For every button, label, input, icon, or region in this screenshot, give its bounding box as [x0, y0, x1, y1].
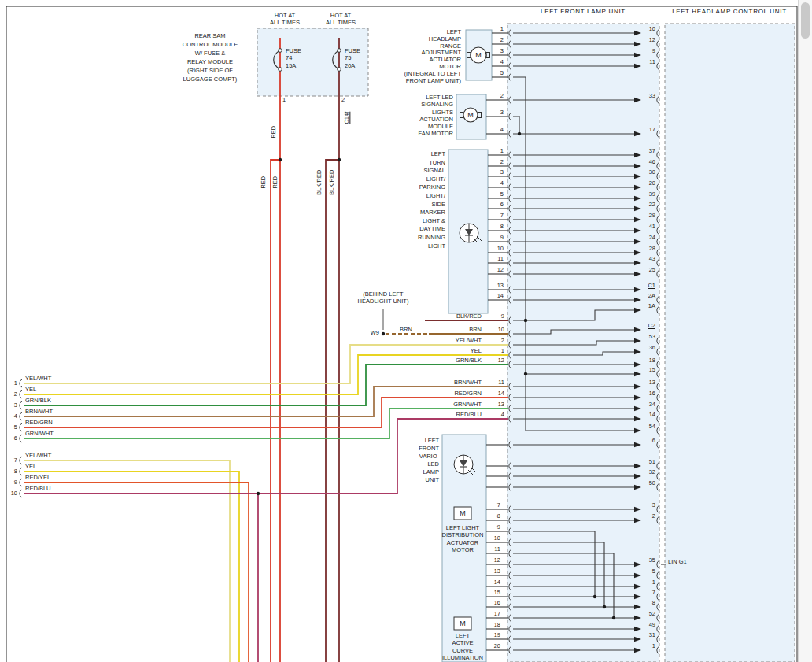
wire5-redgrn	[24, 398, 508, 427]
connector-pin-bracket	[20, 379, 22, 387]
connector-pin-bracket	[20, 435, 22, 442]
connector-pin-bracket	[20, 423, 22, 431]
wire9-redyel	[24, 483, 249, 662]
fuse-75-terminal	[338, 49, 341, 53]
light-distribution-motor-m: M	[460, 509, 466, 517]
left-headlamp-control-unit-box	[665, 24, 795, 662]
junction-dot	[518, 132, 521, 135]
junction-dot	[279, 158, 282, 161]
scrollbar-thumb[interactable]	[801, 2, 810, 39]
wire7-yelwht	[24, 460, 230, 662]
connector-pin-bracket	[20, 412, 22, 420]
wire4-brnwht	[24, 386, 508, 416]
wire3-grnblk	[24, 364, 508, 405]
connector-pin-bracket	[20, 490, 22, 497]
left-front-lamp-unit-box	[507, 24, 659, 662]
connector-pin-bracket	[20, 401, 22, 409]
scrollbar-track[interactable]	[798, 0, 812, 662]
range-actuator-motor-m: M	[475, 51, 482, 59]
connector-pin-bracket	[20, 468, 22, 475]
connector-pin-bracket	[20, 457, 22, 464]
wire8-yel	[24, 472, 239, 662]
fuse75-blkred-branch	[326, 160, 339, 662]
active-curve-motor-m: M	[460, 619, 466, 627]
junction-dot	[524, 372, 527, 375]
wiring-diagram-page: MMMM LEFT FRONT LAMP UNIT LEFT HEADLAMP …	[0, 0, 812, 662]
fuse74-red-branch	[271, 160, 280, 662]
junction-dot	[603, 605, 606, 608]
junction-dot	[593, 595, 596, 598]
connector-pin-bracket	[20, 479, 22, 486]
fuse-75-terminal	[338, 68, 341, 72]
junction-dot	[524, 319, 527, 322]
junction-dot	[338, 158, 341, 161]
fuse-74-terminal	[279, 68, 282, 72]
junction-dot	[382, 332, 385, 335]
wire2-yel	[24, 355, 508, 394]
connector-pin-bracket	[20, 390, 22, 398]
fan-motor-m: M	[467, 111, 474, 119]
diagram-canvas: MMMM	[0, 0, 812, 662]
junction-dot	[257, 492, 260, 495]
junction-dot	[612, 616, 615, 619]
wire6-grnwht	[24, 409, 508, 438]
fuse-74-terminal	[279, 49, 282, 53]
